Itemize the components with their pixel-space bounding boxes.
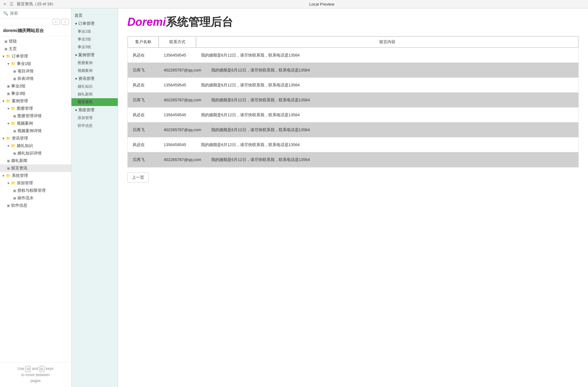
sidebar-item-operation-log[interactable]: ▣ 操作流水 — [0, 194, 71, 202]
cell-name: 风还在 — [128, 139, 159, 151]
search-input[interactable] — [10, 11, 68, 16]
mini-nav-group2[interactable]: 事业2组 — [71, 35, 118, 43]
next-nav-button[interactable]: → — [61, 19, 69, 25]
mini-nav-news-mgmt[interactable]: ▼资讯管理 — [71, 75, 118, 83]
sidebar-item-order-mgmt[interactable]: ▼ 📁 订单管理 — [0, 53, 71, 60]
sidebar-tree: ▣ 登陆 ▣ 主页 ▼ 📁 订单管理 ▼ 📁 事业1组 — [0, 36, 71, 362]
sidebar: 🔍 ← → doremi婚庆网站后台 ▣ 登陆 ▣ 主页 ▼ 📁 — [0, 8, 71, 387]
sidebar-item-schedule-detail[interactable]: ▣ 班表详情 — [0, 75, 71, 82]
table-header: 客户名称 联系方式 留言内容 — [128, 36, 578, 48]
sidebar-item-case-mgmt[interactable]: ▼ 📁 案例管理 — [0, 97, 71, 105]
sidebar-item-software-info[interactable]: ▣ 软件信息 — [0, 202, 71, 209]
prev-nav-button[interactable]: ← — [52, 19, 60, 25]
title-suffix: 系统管理后台 — [166, 16, 233, 28]
cell-name: 风还在 — [128, 49, 159, 61]
sidebar-item-knowledge-detail[interactable]: ▣ 婚礼知识详情 — [0, 150, 71, 157]
main-panel: Doremi系统管理后台 客户名称 联系方式 留言内容 风还在 13564595… — [118, 8, 588, 387]
sidebar-item-login[interactable]: ▣ 登陆 — [0, 38, 71, 45]
sidebar-item-message-news[interactable]: ▣ 留言资讯 — [0, 164, 71, 172]
cell-message: 我的婚期是6月12日，请尽快联系我，联系电话是13564 — [196, 49, 578, 61]
sidebar-label-schedule-detail: 班表详情 — [17, 76, 34, 81]
mini-nav-home[interactable]: 首页 — [71, 12, 118, 20]
arrow-icon: ▼ — [7, 107, 10, 110]
sidebar-item-add-mgmt[interactable]: ▼ 📁 添加管理 — [0, 179, 71, 187]
sidebar-item-project-detail[interactable]: ▣ 项目详情 — [0, 67, 71, 75]
close-icon[interactable]: ✕ — [3, 2, 7, 7]
footer-text-keys: keys — [46, 366, 54, 371]
mini-nav-wedding-news[interactable]: 婚礼新闻 — [71, 90, 118, 98]
sidebar-item-group3[interactable]: ▣ 事业3组 — [0, 90, 71, 97]
sidebar-item-wedding-knowledge[interactable]: ▼ 📁 婚礼知识 — [0, 142, 71, 150]
mini-nav-software-info[interactable]: 软件信息 — [71, 122, 118, 130]
page-preview: Doremi系统管理后台 客户名称 联系方式 留言内容 风还在 13564595… — [118, 8, 588, 387]
content-area: 首页 ▼订单管理 事业1组 事业2组 事业3组 ▼案例管理 图册案例 视频案例 … — [71, 8, 588, 387]
sidebar-item-system-mgmt[interactable]: ▼ 📁 系统管理 — [0, 172, 71, 179]
sidebar-label-add-mgmt: 添加管理 — [17, 180, 33, 186]
arrow-icon: ▼ — [7, 182, 10, 185]
site-title: doremi婚庆网站后台 — [0, 25, 71, 36]
table-row: 贝再飞 402265787@qq.com 我的婚期是6月12日，请尽快联系我，联… — [128, 122, 578, 137]
page-title: Doremi系统管理后台 — [127, 15, 579, 30]
folder-icon: 📁 — [11, 62, 16, 66]
folder-icon: 📁 — [11, 181, 16, 185]
mini-nav-case-mgmt[interactable]: ▼案例管理 — [71, 51, 118, 59]
arrow-icon: ▼ — [2, 137, 5, 140]
sidebar-label-case-mgmt: 案例管理 — [12, 98, 28, 104]
cell-message: 我的婚期是6月12日，请尽快联系我，联系电话是13564 — [206, 94, 578, 106]
sidebar-item-auth-mgmt[interactable]: ▣ 授权与权限管理 — [0, 187, 71, 194]
cell-message: 我的婚期是6月12日，请尽快联系我，联系电话是13564 — [196, 109, 578, 121]
arrow-icon: ▼ — [75, 22, 78, 25]
sidebar-label-software-info: 软件信息 — [11, 203, 27, 208]
mini-nav-order-mgmt[interactable]: ▼订单管理 — [71, 20, 118, 28]
cell-contact: 402265787@qq.com — [159, 94, 206, 105]
prev-page-button[interactable]: 上一页 — [127, 173, 149, 182]
page-icon: ▣ — [13, 129, 16, 133]
page-icon: ▣ — [13, 77, 16, 81]
mini-nav-video-case[interactable]: 视频案例 — [71, 67, 118, 75]
mini-nav-group1[interactable]: 事业1组 — [71, 28, 118, 35]
sidebar-item-wedding-news[interactable]: ▣ 婚礼新闻 — [0, 157, 71, 164]
page-icon: ▣ — [4, 39, 7, 44]
mini-nav-album-case[interactable]: 图册案例 — [71, 59, 118, 67]
table-row: 贝再飞 402265787@qq.com 我的婚期是6月12日，请尽快联系我，联… — [128, 152, 578, 167]
cell-message: 我的婚期是6月12日，请尽快联系我，联系电话是13564 — [196, 139, 578, 151]
sidebar-item-video-detail[interactable]: ▣ 视频案例详情 — [0, 127, 71, 135]
sidebar-footer: Use ◁ and ▷ keys to move between pages — [0, 362, 71, 387]
sidebar-item-home[interactable]: ▣ 主页 — [0, 45, 71, 53]
mini-nav-group3[interactable]: 事业3组 — [71, 43, 118, 51]
sidebar-label-knowledge-detail: 婚礼知识详情 — [17, 150, 42, 156]
sidebar-item-album-detail[interactable]: ▣ 图册管理详情 — [0, 112, 71, 120]
sidebar-label-video-case: 视频案例 — [17, 121, 33, 126]
cell-message: 我的婚期是6月12日，请尽快联系我，联系电话是13564 — [206, 64, 578, 76]
sidebar-label-group2: 事业2组 — [11, 83, 25, 89]
sidebar-item-group2[interactable]: ▣ 事业2组 — [0, 82, 71, 90]
top-bar: ✕ ☰ 留言资讯（15 of 19） Local Preview — [0, 0, 588, 8]
sidebar-label-group3: 事业3组 — [11, 91, 25, 96]
table-row: 贝再飞 402265787@qq.com 我的婚期是6月12日，请尽快联系我，联… — [128, 63, 578, 78]
page-icon: ▣ — [7, 84, 10, 88]
page-icon: ▣ — [13, 114, 16, 118]
mini-nav-message-news[interactable]: 留言资讯 — [71, 98, 118, 106]
mini-nav-add-mgmt[interactable]: 添加管理 — [71, 114, 118, 122]
sidebar-item-album-mgmt[interactable]: ▼ 📁 图册管理 — [0, 105, 71, 112]
folder-icon: 📁 — [6, 136, 11, 141]
sidebar-label-news-mgmt: 资讯管理 — [12, 136, 28, 141]
page-icon: ▣ — [7, 166, 10, 170]
mini-nav-wedding-knowledge[interactable]: 婚礼知识 — [71, 83, 118, 90]
menu-icon[interactable]: ☰ — [10, 2, 14, 7]
footer-text-and: and — [32, 366, 39, 371]
mini-nav-system-mgmt[interactable]: ▼系统管理 — [71, 106, 118, 114]
footer-text-use: Use — [18, 366, 25, 371]
cell-contact: 1356459545 — [159, 139, 196, 150]
cell-contact: 1356459545 — [159, 109, 196, 120]
sidebar-item-news-mgmt[interactable]: ▼ 📁 资讯管理 — [0, 135, 71, 142]
next-key-icon: ▷ — [39, 366, 45, 372]
table-row: 风还在 1356459545 我的婚期是6月12日，请尽快联系我，联系电话是13… — [128, 137, 578, 152]
cell-message: 我的婚期是6月12日，请尽快联系我，联系电话是13564 — [206, 154, 578, 166]
folder-icon: 📁 — [6, 173, 11, 178]
sidebar-nav-row: ← → — [0, 18, 71, 25]
sidebar-item-video-case[interactable]: ▼ 📁 视频案例 — [0, 120, 71, 127]
sidebar-item-group1[interactable]: ▼ 📁 事业1组 — [0, 60, 71, 67]
folder-icon: 📁 — [6, 54, 11, 58]
cell-name: 贝再飞 — [128, 94, 159, 106]
